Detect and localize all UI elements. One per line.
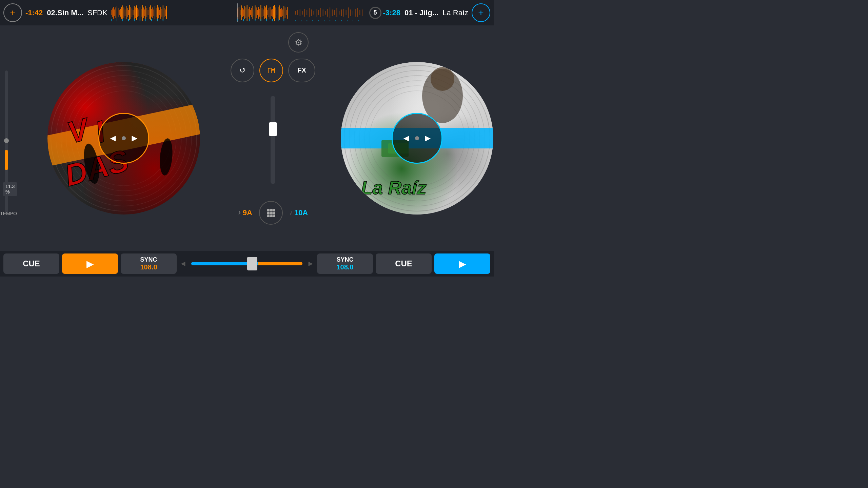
svg-rect-112: [313, 11, 314, 15]
svg-rect-11: [123, 7, 124, 18]
left-tempo-slider-area: 11.3 % TEMPO: [0, 54, 17, 223]
svg-rect-53: [134, 19, 135, 21]
left-next-button[interactable]: ►: [130, 133, 139, 144]
settings-button[interactable]: ⚙: [288, 32, 309, 53]
svg-rect-78: [259, 9, 260, 17]
svg-rect-151: [341, 20, 342, 21]
svg-rect-13: [126, 6, 126, 19]
svg-rect-179: [267, 215, 270, 217]
left-vinyl[interactable]: V I DAS ◄ ►: [47, 62, 200, 215]
svg-rect-178: [273, 212, 275, 215]
svg-rect-36: [152, 7, 153, 18]
svg-rect-113: [316, 9, 316, 17]
svg-rect-141: [278, 19, 278, 21]
add-left-button[interactable]: +: [3, 3, 22, 22]
svg-rect-16: [129, 5, 130, 20]
svg-rect-20: [134, 6, 135, 19]
sync-left-button[interactable]: SYNC 108.0: [121, 253, 177, 274]
svg-rect-10: [122, 5, 123, 20]
svg-rect-40: [157, 5, 157, 21]
svg-rect-29: [144, 9, 145, 16]
svg-rect-145: [307, 20, 307, 21]
svg-rect-143: [295, 20, 296, 21]
svg-rect-102: [287, 7, 288, 19]
loop-button[interactable]: ↺: [231, 59, 254, 82]
svg-rect-119: [330, 7, 330, 18]
right-next-button[interactable]: ►: [423, 133, 433, 144]
play-right-button[interactable]: ▶: [434, 253, 490, 274]
left-center-dot: [122, 136, 126, 140]
svg-rect-7: [119, 10, 119, 15]
settings-icon: ⚙: [295, 37, 302, 48]
svg-rect-38: [155, 6, 155, 19]
vertical-crossfader-thumb[interactable]: [269, 122, 277, 136]
crossfader-track[interactable]: [191, 262, 302, 265]
right-prev-button[interactable]: ◄: [401, 133, 411, 144]
left-vinyl-center[interactable]: ◄ ►: [98, 113, 149, 164]
svg-rect-26: [141, 9, 141, 17]
svg-rect-83: [265, 7, 266, 18]
left-time: -1:42: [25, 8, 43, 17]
svg-rect-170: [271, 70, 274, 71]
svg-rect-45: [162, 5, 163, 20]
play-right-icon: ▶: [459, 258, 466, 269]
cue-left-button[interactable]: CUE: [3, 253, 59, 274]
svg-rect-8: [120, 9, 121, 17]
svg-rect-91: [274, 5, 275, 21]
bottom-bar: CUE ▶ SYNC 108.0 ◄ ► SYNC 108.0 CUE ▶: [0, 251, 494, 277]
middle-section: 11.3 % TEMPO: [0, 25, 494, 251]
svg-rect-118: [327, 9, 328, 17]
svg-text:La Raíz: La Raíz: [361, 177, 427, 198]
grid-button[interactable]: [259, 201, 283, 225]
svg-rect-61: [240, 10, 240, 15]
left-tempo-value: 11.3 %: [3, 182, 17, 196]
svg-rect-46: [164, 8, 164, 17]
fx-button[interactable]: FX: [288, 59, 315, 82]
svg-rect-108: [304, 9, 305, 17]
svg-rect-58: [162, 19, 163, 21]
svg-rect-12: [124, 9, 125, 16]
left-vinyl-container[interactable]: V I DAS ◄ ►: [17, 62, 231, 215]
add-right-button[interactable]: +: [472, 3, 490, 22]
svg-rect-31: [146, 8, 147, 17]
crossfader-left-arrow[interactable]: ◄: [179, 259, 187, 268]
vertical-crossfader-area[interactable]: [263, 89, 283, 191]
crossfader-thumb[interactable]: [247, 257, 257, 270]
svg-rect-72: [252, 6, 253, 19]
svg-rect-148: [324, 20, 324, 21]
right-vinyl-container[interactable]: La Raíz ◄ ►: [315, 62, 494, 215]
right-center-dot: [415, 136, 419, 140]
right-vinyl[interactable]: La Raíz ◄ ►: [341, 62, 493, 215]
vertical-crossfader-track[interactable]: [271, 96, 275, 184]
svg-rect-51: [122, 19, 123, 21]
sync-left-bpm: 108.0: [140, 263, 157, 271]
left-deck: 11.3 % TEMPO: [0, 25, 231, 251]
svg-rect-140: [272, 19, 273, 21]
svg-rect-75: [256, 7, 256, 18]
svg-rect-154: [358, 20, 359, 21]
crossfader-area[interactable]: [191, 257, 302, 270]
right-key-display: ♪ 10A: [290, 208, 308, 217]
svg-rect-89: [272, 9, 273, 17]
svg-rect-49: [111, 19, 112, 21]
crossfader-right-arrow[interactable]: ►: [307, 259, 314, 268]
svg-rect-81: [263, 9, 263, 16]
left-tempo-thumb[interactable]: [5, 150, 8, 170]
left-prev-button[interactable]: ◄: [108, 133, 118, 144]
sync-left-label: SYNC: [140, 256, 157, 263]
right-vinyl-center[interactable]: ◄ ►: [392, 113, 442, 164]
sync-right-button[interactable]: SYNC 108.0: [317, 253, 373, 274]
cue-right-button[interactable]: CUE: [376, 253, 432, 274]
play-left-button[interactable]: ▶: [62, 253, 118, 274]
waveform-display[interactable]: // Generate waveform bars dynamically: [111, 3, 364, 22]
svg-rect-59: [237, 8, 238, 17]
svg-rect-70: [250, 10, 251, 15]
right-play-controls: ◄ ►: [401, 133, 432, 144]
svg-rect-103: [237, 3, 237, 22]
svg-rect-33: [149, 7, 150, 19]
svg-rect-21: [135, 7, 136, 18]
svg-rect-65: [244, 6, 245, 19]
mixer-button[interactable]: [259, 59, 283, 82]
svg-rect-175: [273, 209, 275, 211]
center-panel: ⚙ ↺ FX: [231, 25, 315, 251]
